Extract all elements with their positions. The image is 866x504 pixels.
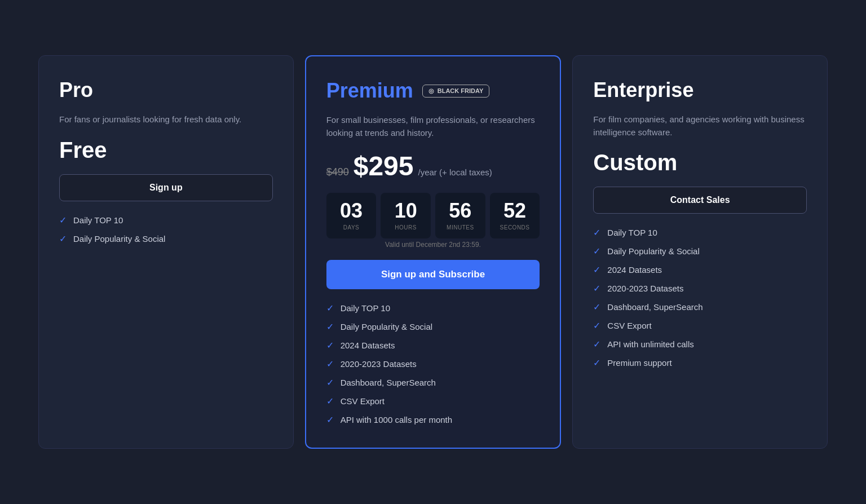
premium-price-period: /year (+ local taxes)	[418, 167, 492, 177]
check-icon: ✓	[593, 264, 600, 275]
list-item: ✓ API with unlimited calls	[593, 339, 807, 350]
check-icon: ✓	[326, 359, 334, 369]
list-item: ✓ Daily TOP 10	[326, 303, 540, 313]
countdown-hours-value: 10	[390, 201, 422, 221]
enterprise-features-list: ✓ Daily TOP 10 ✓ Daily Popularity & Soci…	[593, 227, 807, 368]
premium-plan-description: For small businesses, film professionals…	[326, 114, 540, 139]
list-item: ✓ Dashboard, SuperSearch	[326, 377, 540, 388]
check-icon: ✓	[326, 396, 334, 406]
list-item: ✓ Daily Popularity & Social	[326, 321, 540, 332]
list-item: ✓ 2020-2023 Datasets	[593, 283, 807, 294]
check-icon: ✓	[326, 303, 334, 313]
countdown-hours-label: HOURS	[390, 224, 422, 231]
black-friday-badge: ◎ BLACK FRIDAY	[422, 85, 490, 98]
check-icon: ✓	[326, 340, 334, 351]
check-icon: ✓	[593, 283, 600, 294]
check-icon: ✓	[593, 339, 600, 350]
list-item: ✓ 2024 Datasets	[593, 264, 807, 275]
list-item: ✓ Daily Popularity & Social	[593, 246, 807, 257]
check-icon: ✓	[593, 320, 600, 331]
pro-plan-title: Pro	[59, 78, 273, 102]
countdown-days-value: 03	[335, 201, 368, 221]
enterprise-plan-card: Enterprise For film companies, and agenc…	[572, 55, 828, 449]
list-item: ✓ CSV Export	[593, 320, 807, 331]
premium-features-list: ✓ Daily TOP 10 ✓ Daily Popularity & Soci…	[326, 303, 540, 425]
premium-price-current: $295	[354, 151, 414, 182]
premium-price-row: $490 $295 /year (+ local taxes)	[326, 151, 540, 182]
list-item: ✓ Daily TOP 10	[593, 227, 807, 238]
premium-plan-title: Premium	[326, 79, 413, 103]
enterprise-plan-description: For film companies, and agencies working…	[593, 113, 807, 139]
pro-plan-price: Free	[59, 138, 273, 163]
pro-plan-card: Pro For fans or journalists looking for …	[38, 55, 294, 449]
premium-subscribe-button[interactable]: Sign up and Subscribe	[326, 260, 540, 289]
list-item: ✓ CSV Export	[326, 396, 540, 406]
list-item: ✓ Daily TOP 10	[59, 215, 273, 226]
list-item: ✓ API with 1000 calls per month	[326, 414, 540, 425]
countdown-seconds-label: SECONDS	[499, 224, 531, 231]
enterprise-plan-title: Enterprise	[593, 78, 807, 102]
list-item: ✓ 2024 Datasets	[326, 340, 540, 351]
list-item: ✓ Premium support	[593, 357, 807, 368]
check-icon: ✓	[593, 357, 600, 368]
countdown-seconds: 52 SECONDS	[490, 193, 540, 238]
list-item: ✓ Daily Popularity & Social	[59, 233, 273, 244]
countdown-section: 03 DAYS 10 HOURS 56 MINUTES 52 SECONDS V…	[326, 193, 540, 249]
countdown-days: 03 DAYS	[326, 193, 377, 238]
countdown-hours: 10 HOURS	[381, 193, 431, 238]
check-icon: ✓	[593, 227, 600, 238]
countdown-minutes: 56 MINUTES	[435, 193, 485, 238]
countdown-seconds-value: 52	[499, 201, 531, 221]
premium-plan-card: Premium ◎ BLACK FRIDAY For small busines…	[305, 55, 562, 449]
enterprise-plan-price: Custom	[593, 150, 807, 175]
enterprise-contact-button[interactable]: Contact Sales	[593, 187, 807, 214]
premium-price-original: $490	[326, 166, 349, 178]
countdown-container: 03 DAYS 10 HOURS 56 MINUTES 52 SECONDS	[326, 193, 540, 238]
list-item: ✓ Dashboard, SuperSearch	[593, 302, 807, 312]
check-icon: ✓	[326, 377, 334, 388]
pricing-container: Pro For fans or journalists looking for …	[38, 55, 828, 449]
pro-features-list: ✓ Daily TOP 10 ✓ Daily Popularity & Soci…	[59, 215, 273, 244]
pro-signup-button[interactable]: Sign up	[59, 174, 273, 201]
countdown-minutes-label: MINUTES	[444, 224, 476, 231]
countdown-valid-text: Valid until December 2nd 23:59.	[326, 241, 540, 249]
check-icon: ✓	[326, 321, 334, 332]
check-icon: ✓	[593, 302, 600, 312]
premium-title-row: Premium ◎ BLACK FRIDAY	[326, 79, 540, 103]
pro-plan-description: For fans or journalists looking for fres…	[59, 113, 273, 126]
countdown-minutes-value: 56	[444, 201, 476, 221]
countdown-days-label: DAYS	[335, 224, 368, 231]
check-icon: ✓	[593, 246, 600, 257]
check-icon: ✓	[326, 414, 334, 425]
badge-text: BLACK FRIDAY	[438, 87, 484, 94]
check-icon: ✓	[59, 215, 67, 226]
check-icon: ✓	[59, 233, 67, 244]
list-item: ✓ 2020-2023 Datasets	[326, 359, 540, 369]
badge-icon: ◎	[428, 87, 434, 95]
